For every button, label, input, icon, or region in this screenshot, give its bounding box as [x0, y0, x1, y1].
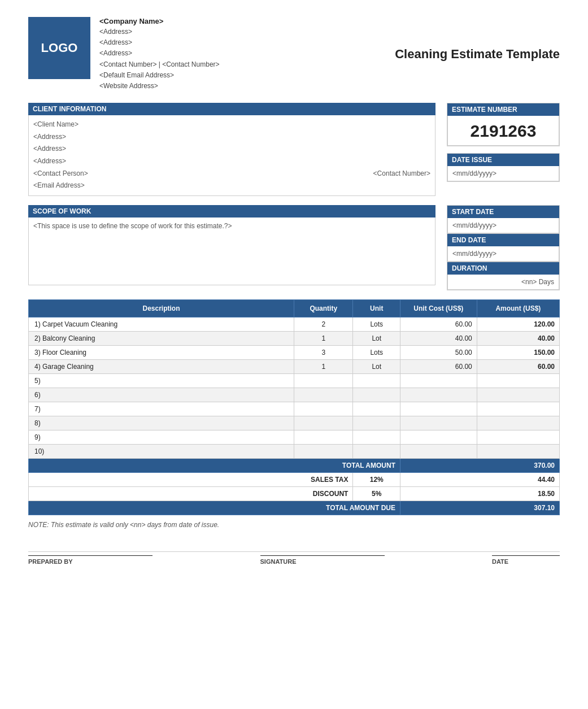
company-name: <Company Name> [99, 17, 384, 25]
client-addr1: <Address> [33, 131, 430, 143]
company-contact: <Contact Number> | <Contact Number> [99, 59, 384, 70]
prepared-by-block: PREPARED BY [28, 555, 153, 565]
date-block-sig: DATE [492, 555, 560, 565]
row-num: 2) Balcony Cleaning [29, 331, 294, 345]
row-unit-cost [400, 430, 477, 444]
row-qty [294, 416, 353, 430]
table-row: 10) [29, 444, 560, 458]
date-issue-header: DATE ISSUE [447, 154, 559, 166]
col-description: Description [29, 299, 294, 317]
row-qty: 1 [294, 331, 353, 345]
prepared-by-line [28, 555, 153, 556]
row-unit-cost: 60.00 [400, 317, 477, 331]
col-quantity: Quantity [294, 299, 353, 317]
company-address2: <Address> [99, 37, 384, 48]
client-contact-row: <Contact Person> <Contact Number> [33, 168, 430, 180]
discount-row: DISCOUNT 5% 18.50 [29, 486, 560, 501]
row-unit [353, 430, 400, 444]
date-issue-value: <mm/dd/yyyy> [447, 166, 559, 181]
estimate-number-section: ESTIMATE NUMBER 2191263 DATE ISSUE <mm/d… [447, 103, 560, 196]
row-num: 8) [29, 416, 294, 430]
row-qty [294, 373, 353, 388]
client-email: <Email Address> [33, 180, 430, 192]
sales-tax-pct: 12% [353, 472, 400, 486]
discount-pct: 5% [353, 486, 400, 501]
table-row: 4) Garage Cleaning1Lot60.0060.00 [29, 359, 560, 373]
total-due-row: TOTAL AMOUNT DUE 307.10 [29, 501, 560, 515]
total-due-label: TOTAL AMOUNT DUE [29, 501, 400, 515]
logo: LOGO [28, 17, 90, 79]
estimate-number-value: 2191263 [447, 116, 559, 146]
total-amount-value: 370.00 [400, 458, 559, 472]
row-num: 1) Carpet Vacuum Cleaning [29, 317, 294, 331]
col-amount: Amount (US$) [477, 299, 559, 317]
row-unit [353, 416, 400, 430]
start-date-header: START DATE [447, 206, 559, 218]
company-website: <Website Address> [99, 81, 384, 92]
signature-section: PREPARED BY SIGNATURE DATE [28, 551, 560, 565]
row-amount: 60.00 [477, 359, 559, 373]
end-date-header: END DATE [447, 234, 559, 246]
table-row: 1) Carpet Vacuum Cleaning2Lots60.00120.0… [29, 317, 560, 331]
estimate-number-header: ESTIMATE NUMBER [447, 103, 559, 116]
table-row: 8) [29, 416, 560, 430]
client-addr2: <Address> [33, 143, 430, 155]
row-qty: 2 [294, 317, 353, 331]
row-amount: 40.00 [477, 331, 559, 345]
row-unit-cost: 50.00 [400, 345, 477, 359]
col-unit-cost: Unit Cost (US$) [400, 299, 477, 317]
date-sig-label: DATE [492, 558, 560, 565]
row-num: 7) [29, 402, 294, 416]
document-title: Cleaning Estimate Template [395, 47, 560, 62]
row-unit [353, 388, 400, 402]
total-amount-row: TOTAL AMOUNT 370.00 [29, 458, 560, 472]
sales-tax-row: SALES TAX 12% 44.40 [29, 472, 560, 486]
discount-value: 18.50 [400, 486, 559, 501]
client-estimate-row: CLIENT INFORMATION <Client Name> <Addres… [28, 103, 560, 196]
row-unit-cost: 60.00 [400, 359, 477, 373]
row-qty: 1 [294, 359, 353, 373]
row-unit-cost [400, 416, 477, 430]
company-info: <Company Name> <Address> <Address> <Addr… [99, 17, 384, 92]
table-header-row: Description Quantity Unit Unit Cost (US$… [29, 299, 560, 317]
date-sig-line [492, 555, 560, 556]
start-date-block: START DATE <mm/dd/yyyy> [447, 205, 560, 234]
row-unit [353, 444, 400, 458]
client-contact-person: <Contact Person> [33, 168, 88, 180]
signature-label: SIGNATURE [260, 558, 385, 565]
scope-header: SCOPE OF WORK [28, 205, 435, 218]
row-num: 3) Floor Cleaning [29, 345, 294, 359]
table-row: 2) Balcony Cleaning1Lot40.0040.00 [29, 331, 560, 345]
client-info-box: <Client Name> <Address> <Address> <Addre… [28, 115, 435, 196]
date-issue-block: DATE ISSUE <mm/dd/yyyy> [447, 153, 560, 182]
row-num: 9) [29, 430, 294, 444]
table-row: 7) [29, 402, 560, 416]
row-num: 4) Garage Cleaning [29, 359, 294, 373]
row-amount: 150.00 [477, 345, 559, 359]
table-row: 5) [29, 373, 560, 388]
row-qty: 3 [294, 345, 353, 359]
row-unit-cost [400, 388, 477, 402]
total-amount-label: TOTAL AMOUNT [29, 458, 400, 472]
row-qty [294, 430, 353, 444]
signature-line [260, 555, 385, 556]
row-qty [294, 444, 353, 458]
duration-header: DURATION [447, 262, 559, 275]
row-num: 10) [29, 444, 294, 458]
note-text: This estimate is valid only <nn> days fr… [51, 521, 219, 529]
end-date-value: <mm/dd/yyyy> [447, 246, 559, 262]
row-unit [353, 402, 400, 416]
row-unit: Lot [353, 331, 400, 345]
row-amount [477, 388, 559, 402]
row-unit [353, 373, 400, 388]
row-unit-cost: 40.00 [400, 331, 477, 345]
total-due-value: 307.10 [400, 501, 559, 515]
note-prefix: NOTE: [28, 521, 51, 529]
company-address3: <Address> [99, 48, 384, 59]
row-amount: 120.00 [477, 317, 559, 331]
row-qty [294, 388, 353, 402]
row-num: 5) [29, 373, 294, 388]
row-unit-cost [400, 444, 477, 458]
row-qty [294, 402, 353, 416]
duration-value: <nn> Days [447, 275, 559, 290]
